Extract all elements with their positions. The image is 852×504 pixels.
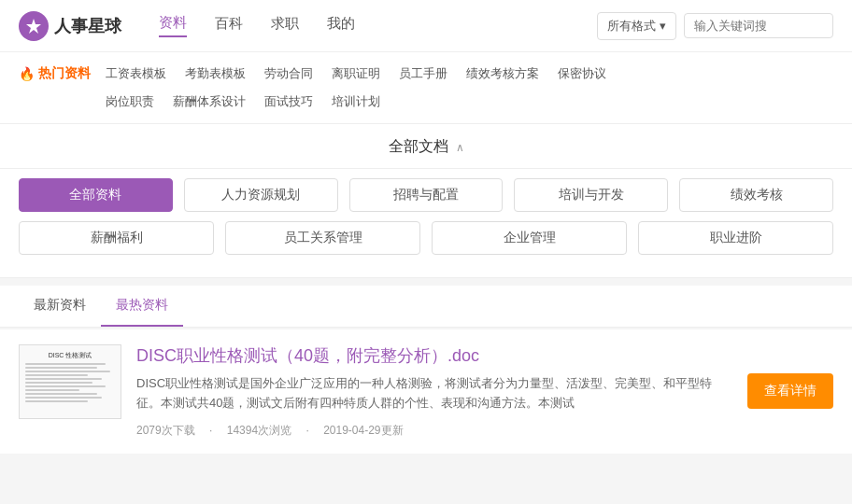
cat-row-1: 全部资料 人力资源规划 招聘与配置 培训与开发 绩效考核 — [19, 178, 833, 212]
cat-employee-rel[interactable]: 员工关系管理 — [225, 221, 420, 255]
cat-hr-plan[interactable]: 人力资源规划 — [184, 178, 338, 212]
thumb-line — [25, 400, 88, 402]
cat-training[interactable]: 培训与开发 — [514, 178, 668, 212]
content-area: DISC 性格测试 DISC职业性格测试（40题，附完整分析）.doc DISC… — [0, 329, 852, 454]
doc-meta: 2079次下载 · 14394次浏览 · 2019-04-29更新 — [136, 423, 732, 439]
hot-tags-section: 🔥 热门资料 工资表模板 考勤表模板 劳动合同 离职证明 员工手册 绩效考核方案… — [0, 52, 852, 124]
thumb-line — [25, 382, 92, 384]
categories-section: 全部资料 人力资源规划 招聘与配置 培训与开发 绩效考核 薪酬福利 员工关系管理… — [0, 169, 852, 278]
logo-text: 人事星球 — [54, 15, 121, 37]
cat-performance[interactable]: 绩效考核 — [679, 178, 833, 212]
main-nav: 资料 百科 求职 我的 — [159, 14, 597, 37]
thumb-lines — [25, 363, 115, 402]
hot-label: 🔥 热门资料 — [19, 63, 91, 82]
view-detail-button[interactable]: 查看详情 — [747, 373, 833, 409]
header-right: 所有格式 ▾ — [597, 12, 833, 40]
tag-jixiao[interactable]: 绩效考核方案 — [466, 63, 539, 84]
logo: 人事星球 — [19, 11, 121, 41]
tag-xinchou[interactable]: 薪酬体系设计 — [173, 91, 246, 112]
cat-all[interactable]: 全部资料 — [19, 178, 173, 212]
logo-icon — [19, 11, 49, 41]
hot-label-text: 热门资料 — [38, 65, 91, 82]
nav-item-ziliao[interactable]: 资料 — [159, 14, 187, 37]
nav-item-wode[interactable]: 我的 — [327, 15, 355, 36]
doc-separator-1: · — [209, 424, 212, 437]
tab-latest[interactable]: 最新资料 — [19, 286, 101, 327]
tag-kaoqin[interactable]: 考勤表模板 — [185, 63, 246, 84]
thumb-line — [25, 393, 97, 395]
tag-mianshi[interactable]: 面试技巧 — [264, 91, 313, 112]
doc-views: 14394次浏览 — [227, 424, 291, 437]
search-input[interactable] — [684, 13, 833, 38]
cat-enterprise[interactable]: 企业管理 — [432, 221, 627, 255]
thumb-line — [25, 367, 97, 369]
thumb-line — [25, 374, 88, 376]
nav-item-qiuzhi[interactable]: 求职 — [271, 15, 299, 36]
cat-salary[interactable]: 薪酬福利 — [19, 221, 214, 255]
fire-icon: 🔥 — [19, 66, 35, 81]
thumb-line — [25, 397, 102, 399]
doc-item: DISC 性格测试 DISC职业性格测试（40题，附完整分析）.doc DISC… — [19, 344, 833, 439]
thumb-line — [25, 385, 106, 387]
doc-updated: 2019-04-29更新 — [323, 424, 403, 437]
tag-yuangong[interactable]: 员工手册 — [399, 63, 447, 84]
tag-gongzi[interactable]: 工资表模板 — [106, 63, 166, 84]
header: 人事星球 资料 百科 求职 我的 所有格式 ▾ — [0, 0, 852, 52]
format-select[interactable]: 所有格式 ▾ — [597, 12, 676, 40]
all-docs-title: 全部文档 — [389, 137, 448, 157]
tags-container: 工资表模板 考勤表模板 劳动合同 离职证明 员工手册 绩效考核方案 保密协议 岗… — [106, 63, 833, 112]
doc-title[interactable]: DISC职业性格测试（40题，附完整分析）.doc — [136, 344, 732, 367]
chevron-up-icon[interactable]: ∧ — [456, 141, 464, 154]
thumb-line — [25, 363, 106, 365]
tag-row-2: 岗位职责 薪酬体系设计 面试技巧 培训计划 — [106, 91, 833, 112]
doc-separator-2: · — [305, 424, 308, 437]
tag-baomi[interactable]: 保密协议 — [558, 63, 606, 84]
doc-downloads: 2079次下载 — [136, 424, 195, 437]
thumb-doc-title: DISC 性格测试 — [49, 351, 92, 360]
tag-peixun[interactable]: 培训计划 — [332, 91, 380, 112]
thumb-line — [25, 389, 79, 391]
tag-gangwei[interactable]: 岗位职责 — [106, 91, 154, 112]
cat-career[interactable]: 职业进阶 — [638, 221, 833, 255]
content-tabs: 最新资料 最热资料 — [0, 286, 852, 328]
doc-thumbnail: DISC 性格测试 — [19, 344, 121, 419]
tag-row-1: 工资表模板 考勤表模板 劳动合同 离职证明 员工手册 绩效考核方案 保密协议 — [106, 63, 833, 84]
star-icon — [24, 17, 43, 35]
nav-item-baike[interactable]: 百科 — [215, 15, 243, 36]
all-docs-section: 全部文档 ∧ — [0, 124, 852, 169]
cat-row-2: 薪酬福利 员工关系管理 企业管理 职业进阶 — [19, 221, 833, 255]
doc-info: DISC职业性格测试（40题，附完整分析）.doc DISC职业性格测试是国外企… — [136, 344, 732, 439]
tag-lizhi[interactable]: 离职证明 — [332, 63, 380, 84]
tag-laodong[interactable]: 劳动合同 — [264, 63, 313, 84]
thumb-line — [25, 371, 110, 372]
cat-recruit[interactable]: 招聘与配置 — [349, 178, 504, 212]
tab-hottest[interactable]: 最热资料 — [101, 286, 183, 327]
chevron-down-icon: ▾ — [660, 19, 666, 33]
doc-description: DISC职业性格测试是国外企业广泛应用的一种人格测验，将测试者分为力量型、活泼型… — [136, 374, 732, 413]
format-label: 所有格式 — [607, 18, 656, 35]
thumb-line — [25, 378, 102, 380]
